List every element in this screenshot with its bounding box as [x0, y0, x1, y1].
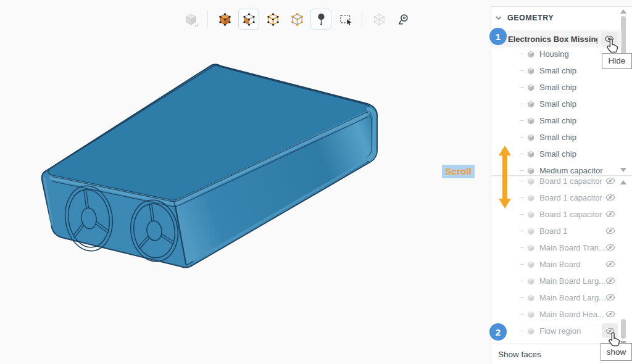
eye-off-icon[interactable]: [605, 175, 616, 186]
tree-connector: [520, 137, 524, 138]
select-assembly-button[interactable]: [368, 9, 389, 30]
solid-cube-icon: [526, 310, 535, 319]
select-assembly-icon: [372, 12, 386, 27]
solid-cube-icon: [526, 210, 535, 219]
tree-item-label: Main Board: [539, 260, 580, 269]
electronics-box-model[interactable]: [0, 0, 469, 364]
tree-item-label: Main Board Tran...: [539, 243, 605, 252]
solid-cube-icon: [526, 194, 535, 202]
tree-item-root[interactable]: Electronics Box Missing ...: [491, 30, 622, 48]
step-1-badge: 1: [489, 28, 507, 45]
tree-item[interactable]: Small chip: [491, 129, 622, 146]
eye-off-icon[interactable]: [605, 209, 616, 220]
panel-title: GEOMETRY: [507, 14, 554, 22]
solid-cube-icon: [526, 327, 535, 336]
eye-off-icon[interactable]: [605, 242, 616, 253]
tree-item-label: Board 1 capacitor: [539, 193, 602, 202]
eye-off-icon[interactable]: [605, 225, 616, 236]
tree-connector: [520, 104, 524, 104]
scroll-up-arrow[interactable]: [620, 9, 626, 14]
tree-item[interactable]: Main Board Tran...: [491, 239, 622, 256]
tree-item[interactable]: Main Board Larg...: [491, 273, 622, 289]
tree-item-label: Small chip: [539, 99, 576, 109]
tree-connector: [520, 120, 524, 121]
view-cube-button[interactable]: [180, 9, 201, 30]
show-faces-label: Show faces: [498, 350, 541, 359]
solid-cube-icon: [526, 150, 535, 159]
tree-item-flow-region[interactable]: Flow region: [491, 323, 622, 339]
select-edges-button[interactable]: [262, 9, 283, 30]
solid-cube-icon: [526, 244, 535, 252]
scroll-direction-arrow: [497, 144, 513, 210]
hide-tooltip: Hide: [602, 53, 632, 69]
eye-off-icon[interactable]: [605, 308, 616, 320]
tree-connector: [520, 154, 524, 154]
tree-connector: [520, 297, 524, 298]
tree-item-label: Small chip: [539, 66, 576, 75]
tree-connector: [520, 264, 524, 265]
3d-viewport: [0, 0, 491, 364]
solid-cube-icon: [526, 83, 535, 92]
tree-item-label: Electronics Box Missing ...: [508, 35, 597, 44]
tree-connector: [520, 281, 524, 281]
box-select-button[interactable]: [335, 9, 356, 30]
probe-point-icon: [314, 12, 328, 27]
tree-connector: [520, 214, 524, 215]
tree-item-label: Flow region: [539, 326, 581, 336]
solid-cube-icon: [526, 227, 535, 236]
select-vertices-icon: [290, 12, 304, 27]
solid-cube-icon: [526, 133, 535, 142]
tree-connector: [520, 181, 524, 181]
probe-point-button[interactable]: [310, 9, 331, 30]
cursor-hand-icon: [605, 38, 620, 55]
tree-item[interactable]: Board 1: [491, 223, 622, 239]
view-cube-icon: [184, 12, 198, 27]
measure-icon: [396, 12, 410, 27]
tree-item-label: Board 1 capacitor: [539, 176, 602, 186]
solid-cube-icon: [526, 294, 535, 302]
tree-connector: [520, 247, 524, 248]
tree-item[interactable]: Small chip: [491, 112, 622, 129]
select-volumes-button[interactable]: [214, 9, 235, 30]
tree-connector: [520, 314, 524, 315]
tree-connector: [520, 197, 524, 198]
toolbar-divider: [207, 10, 208, 28]
tree-item[interactable]: Small chip: [491, 96, 622, 112]
select-vertices-button[interactable]: [286, 9, 307, 30]
select-faces-button[interactable]: [238, 9, 259, 30]
eye-off-icon[interactable]: [605, 292, 616, 303]
eye-off-icon[interactable]: [605, 275, 616, 286]
step-2-badge: 2: [489, 323, 507, 341]
toolbar-divider: [362, 10, 362, 28]
select-faces-icon: [242, 12, 256, 27]
solid-cube-icon: [526, 100, 535, 109]
tree-connector: [520, 70, 524, 71]
tree-item[interactable]: Main Board Hea...: [491, 306, 622, 323]
tree-connector: [520, 87, 524, 88]
tree-item-label: Housing: [539, 49, 569, 59]
chevron-down-icon: [496, 16, 502, 20]
scroll-up-arrow[interactable]: [620, 180, 626, 184]
tree-item-label: Small chip: [539, 133, 576, 142]
viewport-toolbar: [180, 7, 414, 31]
eye-off-icon[interactable]: [605, 259, 616, 270]
tree-connector: [520, 231, 524, 231]
solid-cube-icon: [526, 177, 535, 186]
tree-item[interactable]: Main Board Larg...: [491, 289, 622, 306]
solid-cube-icon: [526, 50, 535, 59]
tree-connector: [520, 54, 524, 54]
eye-off-icon[interactable]: [605, 192, 616, 203]
select-edges-icon: [266, 12, 280, 27]
measure-button[interactable]: [393, 9, 414, 30]
solid-cube-icon: [526, 260, 535, 269]
solid-cube-icon: [526, 67, 535, 75]
tree-item[interactable]: Small chip: [491, 79, 622, 96]
tree-connector: [520, 170, 524, 171]
tree-item-label: Small chip: [539, 83, 576, 92]
tree-item[interactable]: Main Board: [491, 256, 622, 273]
tree-item-label: Small chip: [539, 116, 576, 125]
solid-cube-icon: [526, 117, 535, 125]
solid-cube-icon: [526, 277, 535, 286]
geometry-section-header[interactable]: GEOMETRY: [491, 10, 621, 25]
tree-item-label: Main Board Larg...: [539, 276, 605, 286]
